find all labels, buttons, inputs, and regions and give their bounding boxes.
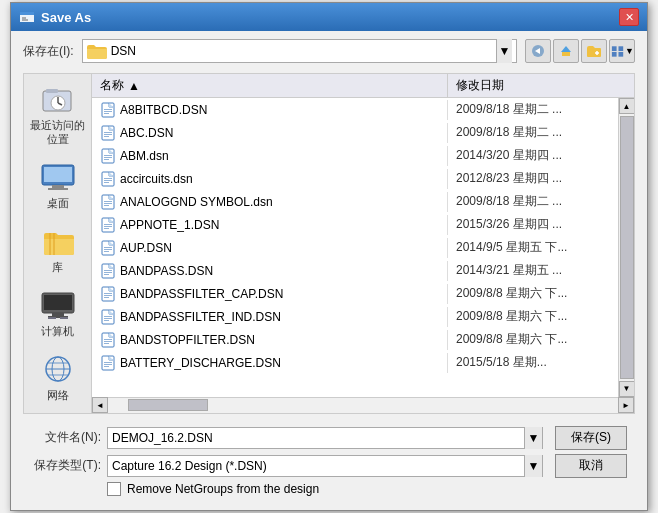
file-item-date: 2015/3/26 星期四 ... <box>448 214 618 235</box>
file-item[interactable]: A8BITBCD.DSN 2009/8/18 星期二 ... <box>92 98 618 121</box>
file-list-area: A8BITBCD.DSN 2009/8/18 星期二 ... ABC.DSN 2… <box>92 98 634 396</box>
col-date-header[interactable]: 修改日期 <box>448 74 618 97</box>
file-item-date: 2009/8/18 星期二 ... <box>448 99 618 120</box>
filetype-row: 保存类型(T): Capture 16.2 Design (*.DSN) ▼ 取… <box>31 454 627 478</box>
sidebar: 最近访问的位置 桌面 <box>23 73 91 413</box>
file-item[interactable]: accircuits.dsn 2012/8/23 星期四 ... <box>92 167 618 190</box>
title-text: Save As <box>41 10 91 25</box>
file-item[interactable]: BANDPASSFILTER_IND.DSN 2009/8/8 星期六 下... <box>92 305 618 328</box>
sidebar-label-network: 网络 <box>47 389 69 402</box>
file-item[interactable]: BANDSTOPFILTER.DSN 2009/8/8 星期六 下... <box>92 328 618 351</box>
file-item[interactable]: BANDPASSFILTER_CAP.DSN 2009/8/8 星期六 下... <box>92 282 618 305</box>
cancel-button-container: 取消 <box>555 454 627 478</box>
svg-rect-28 <box>60 317 68 319</box>
file-item[interactable]: BANDPASS.DSN 2014/3/21 星期五 ... <box>92 259 618 282</box>
title-bar-left: Save As <box>19 9 91 25</box>
recent-icon <box>39 84 77 116</box>
title-bar: Save As ✕ <box>11 3 647 31</box>
action-buttons: 保存(S) <box>555 426 627 450</box>
cancel-button[interactable]: 取消 <box>555 454 627 478</box>
dsn-file-icon <box>100 332 116 348</box>
svg-rect-49 <box>104 182 109 183</box>
filetype-label: 保存类型(T): <box>31 457 101 474</box>
file-item-name: ABC.DSN <box>92 123 448 143</box>
scroll-thumb[interactable] <box>620 116 634 378</box>
filetype-dropdown-arrow[interactable]: ▼ <box>524 455 542 477</box>
sidebar-label-desktop: 桌面 <box>47 197 69 210</box>
folder-icon <box>87 43 107 59</box>
file-item-date: 2015/5/18 星期... <box>448 352 618 373</box>
file-item[interactable]: ANALOGGND SYMBOL.dsn 2009/8/18 星期二 ... <box>92 190 618 213</box>
svg-rect-45 <box>104 159 109 160</box>
up-button[interactable] <box>553 39 579 63</box>
back-button[interactable] <box>525 39 551 63</box>
close-button[interactable]: ✕ <box>619 8 639 26</box>
file-item-date: 2014/3/21 星期五 ... <box>448 260 618 281</box>
location-bar: 保存在(I): DSN ▼ <box>23 39 635 63</box>
views-button[interactable]: ▼ <box>609 39 635 63</box>
dialog-body: 保存在(I): DSN ▼ <box>11 31 647 509</box>
file-item-name: BANDPASSFILTER_CAP.DSN <box>92 284 448 304</box>
sidebar-item-recent[interactable]: 最近访问的位置 <box>24 78 91 151</box>
scroll-down-button[interactable]: ▼ <box>619 381 635 397</box>
filename-row: 文件名(N): DEMOJ_16.2.DSN ▼ 保存(S) <box>31 426 627 450</box>
svg-rect-68 <box>104 295 112 296</box>
desktop-icon <box>39 162 77 194</box>
sidebar-item-network[interactable]: 网络 <box>24 348 91 408</box>
scroll-up-button[interactable]: ▲ <box>619 98 635 114</box>
h-scroll-track[interactable] <box>108 398 618 412</box>
file-item-date: 2009/8/8 星期六 下... <box>448 329 618 350</box>
file-item-date: 2012/8/23 星期四 ... <box>448 168 618 189</box>
svg-rect-51 <box>104 201 112 202</box>
filename-dropdown-arrow[interactable]: ▼ <box>524 427 542 449</box>
svg-rect-39 <box>104 132 112 133</box>
svg-rect-67 <box>104 293 112 294</box>
vertical-scrollbar[interactable]: ▲ ▼ <box>618 98 634 396</box>
svg-rect-22 <box>48 188 68 190</box>
main-area: 最近访问的位置 桌面 <box>23 73 635 413</box>
location-dropdown-arrow[interactable]: ▼ <box>496 39 512 63</box>
svg-rect-69 <box>104 297 109 298</box>
svg-rect-77 <box>104 343 109 344</box>
new-folder-button[interactable] <box>581 39 607 63</box>
h-scroll-left-button[interactable]: ◄ <box>92 397 108 413</box>
location-combo[interactable]: DSN ▼ <box>82 39 517 63</box>
file-item[interactable]: APPNOTE_1.DSN 2015/3/26 星期四 ... <box>92 213 618 236</box>
svg-rect-56 <box>104 226 112 227</box>
sidebar-label-library: 库 <box>52 261 63 274</box>
file-list: A8BITBCD.DSN 2009/8/18 星期二 ... ABC.DSN 2… <box>92 98 618 396</box>
file-item[interactable]: AUP.DSN 2014/9/5 星期五 下... <box>92 236 618 259</box>
col-name-header[interactable]: 名称 ▲ <box>92 74 448 97</box>
sidebar-label-computer: 计算机 <box>41 325 74 338</box>
save-as-dialog: Save As ✕ 保存在(I): DSN ▼ <box>10 2 648 510</box>
filename-input[interactable]: DEMOJ_16.2.DSN ▼ <box>107 427 543 449</box>
dsn-file-icon <box>100 194 116 210</box>
folder-selector: DSN ▼ <box>82 39 517 63</box>
dsn-file-icon <box>100 286 116 302</box>
file-item-name: APPNOTE_1.DSN <box>92 215 448 235</box>
new-folder-icon <box>586 44 602 58</box>
h-scroll-thumb <box>128 399 208 411</box>
file-item-name: BANDSTOPFILTER.DSN <box>92 330 448 350</box>
filetype-combo[interactable]: Capture 16.2 Design (*.DSN) ▼ <box>107 455 543 477</box>
dsn-file-icon <box>100 217 116 233</box>
library-icon <box>39 226 77 258</box>
remove-netgroups-checkbox[interactable] <box>107 482 121 496</box>
svg-rect-24 <box>44 295 72 310</box>
horizontal-scrollbar: ◄ ► <box>92 397 634 413</box>
dsn-file-icon <box>100 125 116 141</box>
svg-rect-61 <box>104 251 109 252</box>
up-icon <box>558 44 574 58</box>
sidebar-item-computer[interactable]: 计算机 <box>24 284 91 344</box>
svg-rect-35 <box>104 109 112 110</box>
file-item[interactable]: ABM.dsn 2014/3/20 星期四 ... <box>92 144 618 167</box>
dsn-file-icon <box>100 309 116 325</box>
h-scroll-right-button[interactable]: ► <box>618 397 634 413</box>
dsn-file-icon <box>100 148 116 164</box>
file-item[interactable]: ABC.DSN 2009/8/18 星期二 ... <box>92 121 618 144</box>
sidebar-item-desktop[interactable]: 桌面 <box>24 156 91 216</box>
sidebar-item-library[interactable]: 库 <box>24 220 91 280</box>
file-item[interactable]: BATTERY_DISCHARGE.DSN 2015/5/18 星期... <box>92 351 618 374</box>
views-icon <box>610 44 625 58</box>
save-button[interactable]: 保存(S) <box>555 426 627 450</box>
